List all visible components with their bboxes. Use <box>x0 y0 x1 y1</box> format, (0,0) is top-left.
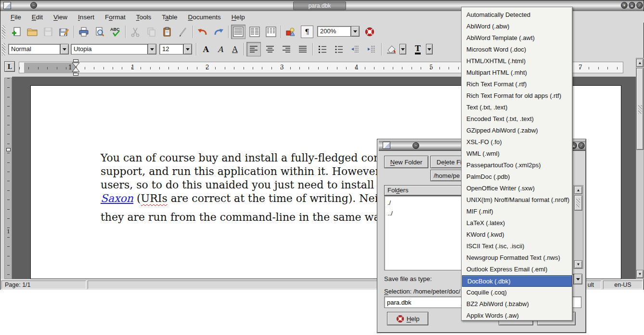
menu-tools[interactable]: Tools <box>131 12 157 22</box>
size-value[interactable]: 12 <box>159 44 183 54</box>
dialog-close-button[interactable]: ∕ <box>578 142 585 149</box>
size-combobox[interactable]: 12 <box>159 44 192 54</box>
filetype-option[interactable]: Microsoft Word (.doc) <box>462 44 572 55</box>
menu-insert[interactable]: Insert <box>73 12 100 22</box>
text-color-button[interactable]: T <box>411 42 425 56</box>
filetype-option[interactable]: Applix Words (.aw) <box>462 310 572 322</box>
filetype-option[interactable]: Coquille (.coq) <box>462 287 572 298</box>
maximize-button[interactable]: ▴ <box>629 2 635 9</box>
text-color-dropdown[interactable] <box>426 44 433 54</box>
dialog-shade-button[interactable]: − <box>412 142 419 149</box>
style-dropdown-button[interactable] <box>60 44 69 54</box>
menu-format[interactable]: Format <box>100 12 131 22</box>
close-button[interactable]: ∕ <box>636 2 643 9</box>
new-folder-button[interactable]: New Folder <box>384 156 428 168</box>
font-value[interactable]: Utopia <box>71 44 148 54</box>
bold-button[interactable]: A <box>199 42 213 56</box>
menu-table[interactable]: Table <box>156 12 182 22</box>
files-scroll-thumb[interactable] <box>574 195 582 211</box>
print-preview-button[interactable] <box>92 25 107 39</box>
scroll-down-button[interactable]: ▼ <box>636 270 644 278</box>
filetype-option[interactable]: Rich Text Format for old apps (.rtf) <box>462 90 572 102</box>
toolbar-grip[interactable] <box>2 43 5 55</box>
help-button-toolbar[interactable] <box>362 25 377 39</box>
paragraph[interactable]: they are run from the command-line in th… <box>101 211 396 224</box>
font-dropdown-button[interactable] <box>148 44 156 54</box>
style-combobox[interactable]: Normal <box>8 44 69 54</box>
tab-selector-button[interactable]: L <box>4 61 15 72</box>
filetype-option[interactable]: XSL-FO (.fo) <box>462 136 572 148</box>
align-center-button[interactable] <box>263 42 277 56</box>
save-as-button[interactable] <box>57 25 71 39</box>
filetype-option[interactable]: KWord (.kwd) <box>462 229 572 241</box>
align-left-button[interactable] <box>246 42 261 56</box>
justify-button[interactable] <box>296 42 310 56</box>
italic-button[interactable]: A <box>213 42 228 56</box>
filetype-option[interactable]: Text (.txt, .text) <box>462 102 572 113</box>
zoom-dropdown-button[interactable] <box>351 26 360 37</box>
filetype-option[interactable]: GZipped AbiWord (.zabw) <box>462 125 572 136</box>
folders-list[interactable]: ./../ <box>384 196 463 270</box>
filetype-option[interactable]: Multipart HTML (.mht) <box>462 67 572 79</box>
filetype-option[interactable]: Outlook Express Email (.eml) <box>462 264 572 275</box>
filetype-option[interactable]: PalmDoc (.pdb) <box>462 171 572 183</box>
shade-button[interactable]: − <box>30 2 37 9</box>
scroll-up-button[interactable]: ▲ <box>636 59 644 67</box>
insert-shapes-button[interactable] <box>283 25 298 39</box>
align-right-button[interactable] <box>279 42 294 56</box>
font-combobox[interactable]: Utopia <box>71 44 156 54</box>
vertical-ruler[interactable]: 1 <box>4 78 12 279</box>
three-columns-button[interactable] <box>264 25 278 39</box>
filetype-option[interactable]: AbiWord (.abw) <box>462 21 572 32</box>
folder-item[interactable]: ../ <box>385 208 462 219</box>
indent-marker-icon[interactable] <box>72 62 80 73</box>
files-scroll-up[interactable]: ▲ <box>574 186 582 194</box>
fill-color-button[interactable] <box>384 42 399 56</box>
dialog-help-button[interactable]: Help <box>387 312 428 325</box>
paste-button[interactable] <box>160 25 174 39</box>
zoom-value[interactable]: 200% <box>317 26 351 37</box>
fill-color-dropdown[interactable] <box>399 44 406 54</box>
filetype-option[interactable]: Newsgroup Formatted Text (.nws) <box>462 252 572 264</box>
numbered-list-button[interactable] <box>315 42 330 56</box>
filetype-option[interactable]: WML (.wml) <box>462 148 572 160</box>
filetype-option[interactable]: Rich Text Format (.rtf) <box>462 79 572 90</box>
filetype-option[interactable]: PassepartoutToo (.xml2ps) <box>462 160 572 171</box>
hyperlink-saxon[interactable]: Saxon <box>101 192 133 204</box>
language-cell[interactable]: en-US <box>603 281 643 289</box>
scrollbar-thumb[interactable] <box>636 68 644 150</box>
underline-button[interactable]: A <box>228 42 242 56</box>
menu-view[interactable]: View <box>48 12 73 22</box>
filetype-option[interactable]: Encoded Text (.txt, .text) <box>462 113 572 125</box>
filetype-option[interactable]: LaTeX (.latex) <box>462 217 572 229</box>
zoom-combobox[interactable]: 200% <box>317 26 360 37</box>
increase-indent-button[interactable] <box>364 42 379 56</box>
filetype-option[interactable]: OpenOffice Writer (.sxw) <box>462 183 572 194</box>
two-columns-button[interactable] <box>247 25 262 39</box>
filetype-option[interactable]: HTML/XHTML (.html) <box>462 55 572 67</box>
size-dropdown-button[interactable] <box>183 44 192 54</box>
file-type-dropdown-button[interactable] <box>574 274 582 284</box>
folder-item[interactable]: ./ <box>385 198 462 208</box>
menu-documents[interactable]: Documents <box>183 12 226 22</box>
print-button[interactable] <box>77 25 91 39</box>
filetype-option[interactable]: UNIX(tm) Nroff/Manual format (.nroff) <box>462 194 572 206</box>
undo-button[interactable] <box>195 25 210 39</box>
vertical-scrollbar[interactable]: ▲ ▼ <box>636 58 644 279</box>
filetype-option[interactable]: Automatically Detected <box>462 9 572 21</box>
bulleted-list-button[interactable] <box>332 42 346 56</box>
files-scroll-down[interactable]: ▼ <box>574 260 582 268</box>
filetype-option[interactable]: BZ2 AbiWord (.bzabw) <box>462 298 572 310</box>
new-document-button[interactable] <box>9 25 24 39</box>
decrease-indent-button[interactable] <box>348 42 362 56</box>
filetype-option[interactable]: DocBook (.dbk) <box>462 275 572 287</box>
top-margin-marker[interactable] <box>6 148 11 151</box>
menu-help[interactable]: Help <box>226 12 250 22</box>
toolbar-grip[interactable] <box>2 25 5 39</box>
formatting-marks-button[interactable]: ¶ <box>301 26 313 38</box>
style-value[interactable]: Normal <box>8 44 60 54</box>
menu-file[interactable]: File <box>5 12 26 22</box>
filetype-option[interactable]: MIF (.mif) <box>462 206 572 217</box>
redo-button[interactable] <box>211 25 226 39</box>
open-button[interactable] <box>25 25 39 39</box>
